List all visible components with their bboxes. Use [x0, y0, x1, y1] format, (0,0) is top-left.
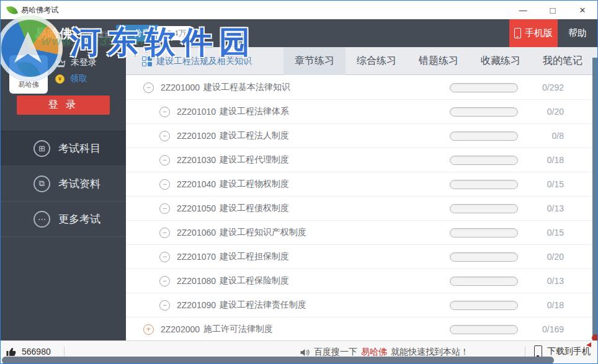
vertical-scrollbar[interactable] [592, 58, 597, 335]
chapter-row[interactable]: − 2Z201040 建设工程物权制度 0/15 [126, 172, 594, 197]
sidebar-menu-item[interactable]: ⊞ 考试科目 [1, 131, 126, 166]
coin-icon: ¥ [55, 74, 65, 84]
progress-bar [450, 277, 518, 286]
practice-tab[interactable]: 收藏练习 [470, 47, 532, 75]
progress-count: 0/169 [524, 324, 564, 334]
likes-count: 566980 [22, 347, 51, 357]
sidebar: 易哈佛 未登录 ¥ 领取 登 录 ⊞ 考试科目 ⧉ 考试资料 [1, 47, 126, 340]
chapter-row[interactable]: − 2Z201090 建设工程法律责任制度 0/18 [126, 293, 594, 317]
chapter-code: 2Z201070 [177, 252, 216, 262]
chapter-title: 建设工程法律体系 [220, 106, 289, 117]
chapter-title: 建设工程法律责任制度 [220, 300, 306, 311]
app-header: 易哈佛 二级建造师 ★ 分享 59.4万 手机版 帮助 [1, 19, 597, 47]
app-leaf-icon [6, 4, 18, 16]
chapter-list: − 2Z201000 建设工程基本法律知识 0/292 − 2Z201010 建… [126, 76, 594, 342]
share-button[interactable]: ★ 分享 [116, 25, 159, 42]
chapter-title: 建设工程知识产权制度 [220, 227, 306, 238]
progress-count: 0/18 [524, 300, 564, 310]
tab-label: 综合练习 [357, 55, 396, 68]
tab-label: 错题练习 [419, 55, 458, 68]
maximize-button[interactable]: □ [538, 1, 568, 19]
help-label: 帮助 [568, 27, 587, 39]
breadcrumb: 建设工程法规及相关知识 [142, 47, 252, 75]
chapter-row[interactable]: − 2Z201010 建设工程法律体系 0/20 [126, 100, 594, 124]
expand-toggle-icon[interactable]: − [159, 203, 170, 214]
expand-toggle-icon[interactable]: − [159, 300, 170, 311]
download-label: 下载到手机 [547, 346, 591, 357]
progress-count: 0/15 [524, 228, 564, 237]
sidebar-menu-item[interactable]: ⧉ 考试资料 [1, 166, 126, 202]
progress-bar [450, 180, 518, 189]
progress-count: 0/18 [524, 155, 564, 165]
chapter-code: 2Z201080 [177, 276, 216, 286]
login-button[interactable]: 登 录 [17, 95, 110, 115]
chapter-code: 2Z201010 [177, 107, 216, 117]
expand-toggle-icon[interactable]: − [159, 155, 170, 166]
practice-tab[interactable]: 章节练习 [283, 47, 346, 75]
thumbs-up-icon [6, 346, 17, 357]
likes-counter[interactable]: 566980 [6, 346, 51, 357]
practice-tab[interactable]: 综合练习 [346, 47, 408, 75]
progress-bar [450, 325, 518, 334]
expand-toggle-icon[interactable]: − [159, 179, 170, 190]
chapter-title: 建设工程保险制度 [220, 275, 289, 286]
grid-icon [142, 56, 152, 66]
progress-bar [450, 131, 518, 141]
sidebar-menu: ⊞ 考试科目 ⧉ 考试资料 ⋯ 更多考试 [1, 131, 126, 237]
sidebar-menu-item[interactable]: ⋯ 更多考试 [1, 202, 126, 237]
chapter-row[interactable]: − 2Z201070 建设工程担保制度 0/20 [126, 245, 594, 269]
progress-bar [450, 301, 518, 310]
expand-toggle-icon[interactable]: + [143, 324, 154, 335]
expand-toggle-icon[interactable]: − [159, 228, 170, 238]
chapter-title: 建设工程法人制度 [220, 130, 289, 141]
chapter-title: 建设工程债权制度 [220, 203, 289, 214]
expand-toggle-icon[interactable]: − [159, 107, 170, 117]
chapter-row[interactable]: − 2Z201030 建设工程代理制度 0/18 [126, 148, 594, 172]
progress-count: 0/8 [524, 131, 564, 141]
tab-label: 收藏练习 [481, 55, 520, 68]
close-button[interactable]: ✕ [568, 1, 597, 19]
minimize-button[interactable]: — [508, 1, 538, 19]
chapter-row[interactable]: − 2Z201020 建设工程法人制度 0/8 [126, 124, 594, 148]
chapter-row[interactable]: − 2Z201060 建设工程知识产权制度 0/15 [126, 221, 594, 245]
app-window: 易哈佛考试 — □ ✕ 易哈佛 二级建造师 ★ 分享 59.4万 手机版 帮助 … [0, 0, 598, 364]
subject-title: 建设工程法规及相关知识 [156, 56, 252, 67]
share-button-label: 分享 [134, 28, 151, 39]
help-button[interactable]: 帮助 [558, 19, 597, 47]
horizontal-scrollbar[interactable] [2, 357, 554, 364]
mobile-version-button[interactable]: 手机版 [509, 19, 558, 47]
window-title: 易哈佛考试 [21, 5, 58, 16]
sidebar-menu-label: 考试资料 [58, 177, 100, 191]
chapter-code: 2Z201020 [177, 131, 216, 141]
mobile-version-label: 手机版 [525, 27, 553, 39]
expand-toggle-icon[interactable]: − [159, 276, 170, 286]
chapter-title: 建设工程担保制度 [220, 251, 289, 262]
login-status-label: 未登录 [71, 57, 97, 68]
practice-tabs: 章节练习 综合练习 错题练习 收藏练习 我的笔记 [283, 47, 594, 75]
expand-toggle-icon[interactable]: − [159, 131, 170, 141]
exam-type-label: 二级建造师 [80, 29, 120, 40]
chapter-title: 施工许可法律制度 [203, 324, 273, 335]
chapter-code: 2Z201000 [161, 82, 200, 92]
progress-bar [450, 107, 518, 117]
practice-tab[interactable]: 我的笔记 [532, 47, 594, 75]
practice-tab[interactable]: 错题练习 [408, 47, 470, 75]
progress-count: 0/292 [524, 82, 564, 92]
download-to-phone[interactable]: 下载到手机 [534, 345, 591, 358]
expand-toggle-icon[interactable]: − [159, 252, 170, 262]
crown-icon [55, 58, 66, 68]
profile-logo-text: 易哈佛 [19, 80, 39, 89]
chapter-code: 2Z201060 [177, 228, 216, 237]
tab-label: 我的笔记 [543, 55, 582, 68]
chapter-code: 2Z201090 [177, 300, 216, 310]
window-controls: — □ ✕ [508, 1, 597, 19]
chapter-row[interactable]: − 2Z201050 建设工程债权制度 0/13 [126, 197, 594, 221]
chapter-row[interactable]: + 2Z202000 施工许可法律制度 0/169 [126, 317, 594, 342]
expand-toggle-icon[interactable]: − [143, 82, 154, 93]
progress-count: 0/20 [524, 107, 564, 117]
chapter-row[interactable]: − 2Z201000 建设工程基本法律知识 0/292 [126, 76, 594, 100]
claim-link[interactable]: 领取 [70, 73, 87, 84]
chapter-row[interactable]: − 2Z201080 建设工程保险制度 0/13 [126, 269, 594, 293]
sidebar-menu-label: 更多考试 [58, 212, 100, 226]
profile-card: 易哈佛 [9, 55, 48, 94]
